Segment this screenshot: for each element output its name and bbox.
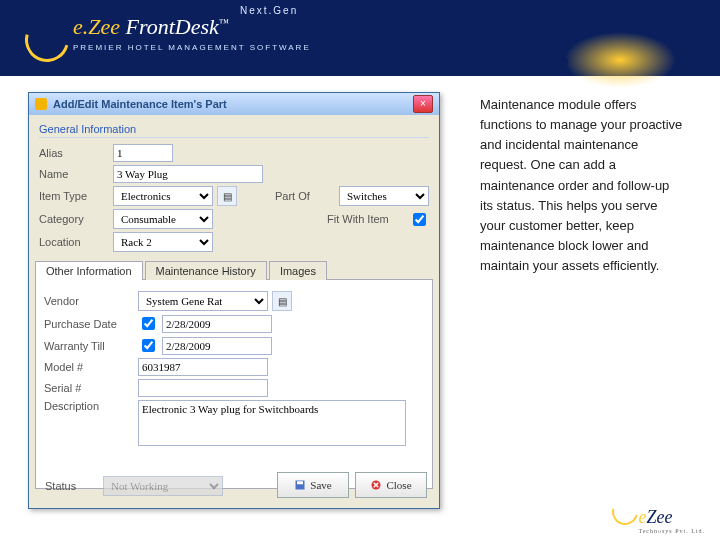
brand-tm: ™ [219,17,229,28]
purchase-date-checkbox[interactable] [142,317,155,330]
label-serial: Serial # [44,382,134,394]
status-row: Status Not Working [45,476,223,496]
dialog-app-icon [35,98,47,110]
dialog-titlebar[interactable]: Add/Edit Maintenance Item's Part × [29,93,439,115]
alias-field[interactable] [113,144,173,162]
save-icon [294,479,306,491]
footer-name: Zee [646,507,672,527]
save-label: Save [310,479,331,491]
model-field[interactable] [138,358,268,376]
part-of-select[interactable]: Switches [339,186,429,206]
label-fit-with-item: Fit With Item [327,213,405,225]
label-status: Status [45,480,95,492]
label-category: Category [39,213,109,225]
general-form: Alias Name Item Type Electronics ▤ Part … [29,144,439,252]
status-select: Not Working [103,476,223,496]
description-field[interactable]: Electronic 3 Way plug for Switchboards [138,400,406,446]
brand-nextgen: Next.Gen [240,5,298,16]
close-label: Close [386,479,411,491]
tab-other-info[interactable]: Other Information [35,261,143,280]
label-warranty-till: Warranty Till [44,340,134,352]
tabstrip: Other Information Maintenance History Im… [35,260,433,280]
page-description: Maintenance module offers functions to m… [480,95,685,276]
label-purchase-date: Purchase Date [44,318,134,330]
brand-product: e.Zee FrontDesk™ [73,14,229,40]
divider [39,137,429,138]
svg-rect-1 [297,481,303,484]
serial-field[interactable] [138,379,268,397]
tab-panel-other: Vendor System Gene Rat ▤ Purchase Date W… [35,280,433,489]
tab-images[interactable]: Images [269,261,327,280]
close-button[interactable]: Close [355,472,427,498]
dialog-title: Add/Edit Maintenance Item's Part [53,98,413,110]
page-title: Maintenance [460,52,569,73]
name-field[interactable] [113,165,263,183]
brand-name: FrontDesk [126,14,219,39]
brand-prefix: e.Zee [73,14,126,39]
location-select[interactable]: Rack 2 [113,232,213,252]
label-model: Model # [44,361,134,373]
label-part-of: Part Of [275,190,335,202]
close-icon [370,479,382,491]
label-vendor: Vendor [44,295,134,307]
dialog-buttons: Save Close [277,472,427,498]
brand-header: Next.Gen e.Zee FrontDesk™ PREMIER HOTEL … [25,8,720,78]
label-item-type: Item Type [39,190,109,202]
footer-brand: eZee Technosys Pvt. Ltd. [638,507,705,534]
vendor-lookup-button[interactable]: ▤ [272,291,292,311]
item-type-select[interactable]: Electronics [113,186,213,206]
warranty-till-field[interactable] [162,337,272,355]
warranty-till-checkbox[interactable] [142,339,155,352]
group-general-label: General Information [29,115,439,135]
fit-with-item-checkbox[interactable] [413,213,426,226]
category-select[interactable]: Consumable [113,209,213,229]
purchase-date-field[interactable] [162,315,272,333]
maintenance-dialog: Add/Edit Maintenance Item's Part × Gener… [28,92,440,509]
footer-crescent-icon [607,494,643,530]
label-name: Name [39,168,109,180]
label-description: Description [44,400,134,412]
brand-tagline: PREMIER HOTEL MANAGEMENT SOFTWARE [73,43,311,52]
save-button[interactable]: Save [277,472,349,498]
vendor-select[interactable]: System Gene Rat [138,291,268,311]
tab-maintenance-history[interactable]: Maintenance History [145,261,267,280]
logo-crescent-icon [17,10,77,70]
label-location: Location [39,236,109,248]
item-type-lookup-button[interactable]: ▤ [217,186,237,206]
footer-company: Technosys Pvt. Ltd. [638,528,705,534]
dialog-close-button[interactable]: × [413,95,433,113]
label-alias: Alias [39,147,109,159]
